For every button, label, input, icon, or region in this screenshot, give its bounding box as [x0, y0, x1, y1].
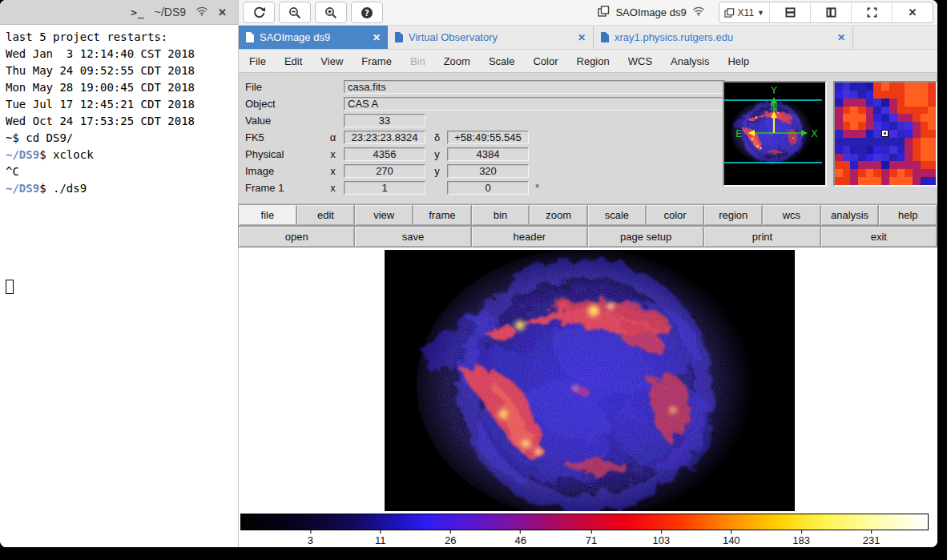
chevron-down-icon: ▼: [757, 9, 764, 17]
window-title-text: SAOImage ds9: [615, 6, 686, 18]
ds9-button[interactable]: region: [703, 204, 763, 226]
ds9-button[interactable]: edit: [296, 204, 356, 226]
ds9-button[interactable]: bin: [471, 204, 530, 226]
x11-menu-button[interactable]: X11 ▼: [719, 2, 769, 22]
ds9-category-buttons: file edit view frame bin zoom scale colo…: [239, 204, 937, 226]
ds9-button[interactable]: frame: [413, 204, 472, 226]
split-vertical-button[interactable]: [810, 2, 851, 22]
menu-item[interactable]: Region: [577, 55, 610, 67]
terminal-close-icon[interactable]: ✕: [218, 6, 227, 18]
menu-item[interactable]: Color: [533, 55, 558, 67]
document-icon: [601, 32, 609, 42]
magnifier-panel[interactable]: [833, 81, 937, 187]
menu-item[interactable]: Frame: [361, 55, 392, 67]
tick-mark: [310, 530, 311, 534]
window-stack-icon: [598, 6, 610, 19]
terminal-titlebar[interactable]: >_ ~/DS9 ✕: [0, 0, 238, 25]
menu-item[interactable]: Zoom: [444, 55, 470, 67]
ds9-button[interactable]: help: [878, 204, 937, 226]
image-y-field: 320: [447, 164, 529, 178]
file-label: File: [245, 81, 328, 93]
panner-y-label: Y: [770, 84, 777, 96]
colorbar-ticks: 3 11 26 46: [240, 530, 927, 546]
ds9-button[interactable]: zoom: [529, 204, 588, 226]
window-close-button[interactable]: ✕: [892, 2, 933, 22]
magnifier-cursor: [881, 130, 889, 137]
tick-mark: [871, 530, 872, 534]
terminal-line: Thu May 24 09:52:55 CDT 2018: [6, 62, 232, 79]
physical-y-key: y: [433, 148, 441, 160]
image-y-key: y: [433, 165, 441, 177]
tick-label: 231: [863, 534, 881, 546]
ds9-button[interactable]: print: [703, 226, 820, 248]
panner-n-label: N: [770, 101, 778, 113]
ds9-button[interactable]: page setup: [587, 226, 704, 248]
reload-button[interactable]: [243, 2, 275, 23]
colorbar-tick: 46: [514, 530, 526, 546]
terminal-line: Wed Jan 3 12:14:40 CST 2018: [6, 46, 232, 62]
panner-x-label: X: [811, 127, 818, 139]
zoom-out-button[interactable]: [279, 2, 311, 23]
colorbar-tick: 71: [586, 530, 597, 546]
tick-mark: [731, 530, 731, 534]
ds9-button[interactable]: exit: [820, 226, 937, 248]
terminal-line: ^C: [6, 163, 232, 180]
menu-item[interactable]: Scale: [489, 55, 515, 67]
split-horizontal-button[interactable]: [769, 2, 810, 22]
zoom-in-button[interactable]: [315, 2, 347, 23]
ds9-button[interactable]: save: [354, 226, 471, 248]
window-controls: X11 ▼ ✕: [719, 2, 933, 23]
menu-item[interactable]: Bin: [410, 55, 425, 67]
app-window: >_ ~/DS9 ✕ last 5 project restarts: Wed …: [0, 0, 937, 547]
frame-rotation-field: 0: [447, 181, 529, 195]
menu-item[interactable]: View: [320, 55, 343, 67]
tick-label: 11: [375, 534, 386, 546]
physical-y-field: 4384: [447, 147, 529, 161]
tick-label: 183: [792, 534, 810, 546]
panner-panel[interactable]: X Y N E: [723, 81, 827, 187]
browser-tab[interactable]: SAOImage ds9 ✕: [239, 26, 388, 49]
menu-item[interactable]: Help: [727, 55, 749, 67]
fk5-label: FK5: [245, 131, 328, 143]
tick-mark: [520, 530, 521, 534]
ds9-button[interactable]: analysis: [820, 204, 880, 226]
tick-label: 26: [445, 534, 456, 546]
image-x-field: 270: [344, 164, 425, 178]
colorbar-tick: 103: [652, 530, 670, 546]
ds9-button[interactable]: header: [471, 226, 588, 248]
ds9-button[interactable]: color: [646, 204, 705, 226]
menu-item[interactable]: WCS: [628, 55, 652, 67]
tick-mark: [450, 530, 451, 534]
browser-tab[interactable]: xray1.physics.rutgers.edu ✕: [594, 26, 853, 49]
menu-item[interactable]: Analysis: [671, 55, 709, 67]
tab-label: xray1.physics.rutgers.edu: [615, 31, 832, 43]
physical-label: Physical: [245, 148, 328, 160]
ds9-button[interactable]: file: [238, 204, 297, 226]
ds9-button[interactable]: wcs: [762, 204, 821, 226]
browser-tab[interactable]: Virtual Observatory ✕: [388, 26, 594, 49]
tab-close-icon[interactable]: ✕: [578, 32, 586, 43]
terminal-line: Mon May 28 19:00:45 CDT 2018: [6, 79, 232, 96]
ds9-button[interactable]: scale: [587, 204, 647, 226]
fullscreen-button[interactable]: [851, 2, 892, 22]
colorbar-gradient[interactable]: [240, 514, 929, 530]
ds9-menubar: File Edit View Frame Bin Zoom Scale Colo…: [239, 50, 937, 73]
colorbar-tick: 183: [792, 530, 810, 546]
colorbar-tick: 11: [375, 530, 386, 546]
terminal-output[interactable]: last 5 project restarts: Wed Jan 3 12:14…: [0, 25, 238, 278]
object-field: CAS A: [344, 97, 725, 111]
ds9-button[interactable]: view: [354, 204, 413, 226]
tab-close-icon[interactable]: ✕: [373, 32, 381, 43]
fk5-dec-field: +58:49:55.545: [447, 131, 529, 144]
toolbar-wifi-icon: [692, 6, 705, 18]
svg-text:?: ?: [365, 8, 369, 17]
help-button[interactable]: ?: [351, 2, 383, 23]
menu-item[interactable]: File: [249, 55, 266, 67]
tab-close-icon[interactable]: ✕: [837, 32, 845, 43]
image-label: Image: [245, 165, 328, 177]
fk5-alpha-key: α: [328, 131, 337, 143]
ds9-button[interactable]: open: [238, 226, 355, 248]
fits-image-casa[interactable]: [385, 250, 795, 519]
menu-item[interactable]: Edit: [284, 55, 302, 67]
frame-label: Frame 1: [245, 182, 328, 194]
